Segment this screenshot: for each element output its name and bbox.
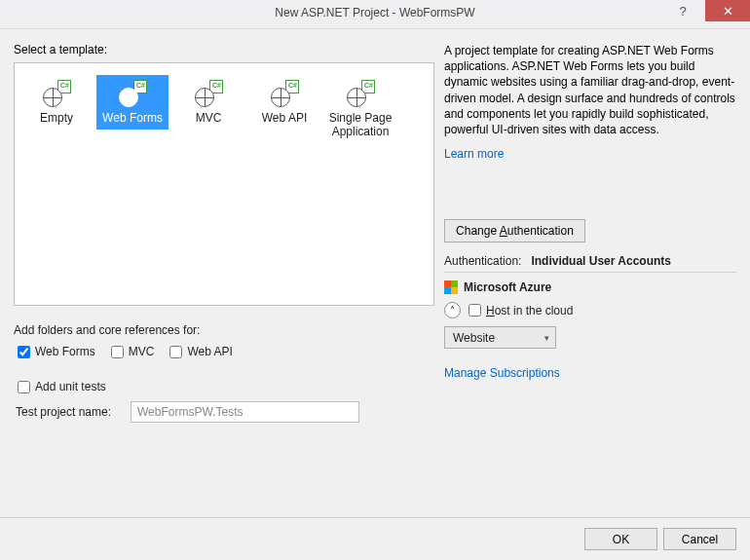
close-icon: ✕ bbox=[723, 4, 733, 19]
close-button[interactable]: ✕ bbox=[705, 0, 750, 21]
dropdown-value: Website bbox=[453, 331, 495, 345]
window-title: New ASP.NET Project - WebFormsPW bbox=[0, 6, 750, 19]
check-label: MVC bbox=[129, 345, 155, 358]
dialog-content: Select a template: Empty Web Forms MVC W… bbox=[0, 29, 750, 516]
template-list: Empty Web Forms MVC Web API Single Page bbox=[14, 62, 434, 306]
check-web-api-input[interactable] bbox=[169, 346, 182, 358]
check-unit-tests[interactable]: Add unit tests bbox=[18, 380, 434, 393]
check-host-cloud[interactable]: Host in the cloud bbox=[469, 304, 573, 317]
csharp-web-icon bbox=[346, 80, 375, 107]
window-controls: ? ✕ bbox=[660, 0, 750, 21]
folders-label: Add folders and core references for: bbox=[14, 323, 434, 337]
check-web-forms-input[interactable] bbox=[18, 346, 30, 358]
template-label: Web Forms bbox=[96, 110, 169, 130]
template-label: Web API bbox=[248, 110, 320, 130]
auth-value: Individual User Accounts bbox=[531, 254, 671, 268]
check-label: Web Forms bbox=[35, 345, 95, 358]
auth-label: Authentication: bbox=[444, 254, 521, 268]
check-unit-tests-input[interactable] bbox=[18, 381, 30, 393]
azure-heading: Microsoft Azure bbox=[444, 280, 736, 294]
template-mvc[interactable]: MVC bbox=[170, 71, 246, 147]
microsoft-logo-icon bbox=[444, 280, 458, 294]
chevron-down-icon: ▾ bbox=[544, 333, 549, 343]
template-label: Empty bbox=[20, 110, 93, 130]
divider bbox=[444, 272, 736, 273]
help-button[interactable]: ? bbox=[660, 0, 705, 21]
template-description: A project template for creating ASP.NET … bbox=[444, 43, 736, 137]
check-label: Add unit tests bbox=[35, 380, 106, 393]
authentication-line: Authentication: Individual User Accounts bbox=[444, 254, 736, 268]
check-web-api[interactable]: Web API bbox=[169, 345, 232, 358]
template-spa[interactable]: Single Page Application bbox=[322, 71, 398, 147]
check-host-cloud-input[interactable] bbox=[469, 304, 481, 317]
csharp-web-icon bbox=[270, 80, 299, 107]
test-project-input[interactable] bbox=[131, 401, 359, 423]
check-label: Web API bbox=[187, 345, 232, 358]
cancel-button[interactable]: Cancel bbox=[663, 528, 736, 550]
template-empty[interactable]: Empty bbox=[19, 71, 94, 147]
azure-title: Microsoft Azure bbox=[464, 280, 551, 294]
left-column: Select a template: Empty Web Forms MVC W… bbox=[14, 43, 434, 491]
folders-section: Add folders and core references for: Web… bbox=[14, 323, 434, 358]
csharp-web-icon bbox=[118, 80, 147, 107]
right-column: A project template for creating ASP.NET … bbox=[444, 43, 736, 491]
template-web-forms[interactable]: Web Forms bbox=[94, 71, 170, 147]
csharp-web-icon bbox=[42, 80, 71, 107]
chevron-up-icon: ˄ bbox=[450, 306, 455, 316]
titlebar: New ASP.NET Project - WebFormsPW ? ✕ bbox=[0, 0, 750, 29]
collapse-button[interactable]: ˄ bbox=[444, 302, 461, 318]
host-type-dropdown[interactable]: Website ▾ bbox=[444, 326, 556, 349]
select-template-label: Select a template: bbox=[14, 43, 434, 56]
template-label: MVC bbox=[172, 110, 244, 130]
change-authentication-button[interactable]: Change Authentication bbox=[444, 219, 585, 243]
template-web-api[interactable]: Web API bbox=[246, 71, 322, 147]
check-mvc-input[interactable] bbox=[111, 346, 124, 358]
check-mvc[interactable]: MVC bbox=[111, 345, 155, 358]
dialog-footer: OK Cancel bbox=[0, 517, 750, 560]
learn-more-link[interactable]: Learn more bbox=[444, 147, 504, 161]
template-label: Single Page Application bbox=[324, 110, 396, 143]
check-label: Host in the cloud bbox=[486, 304, 573, 317]
csharp-web-icon bbox=[194, 80, 223, 107]
manage-subscriptions-link[interactable]: Manage Subscriptions bbox=[444, 366, 560, 380]
ok-button[interactable]: OK bbox=[584, 528, 657, 550]
check-web-forms[interactable]: Web Forms bbox=[18, 345, 95, 358]
test-project-label: Test project name: bbox=[16, 405, 121, 419]
